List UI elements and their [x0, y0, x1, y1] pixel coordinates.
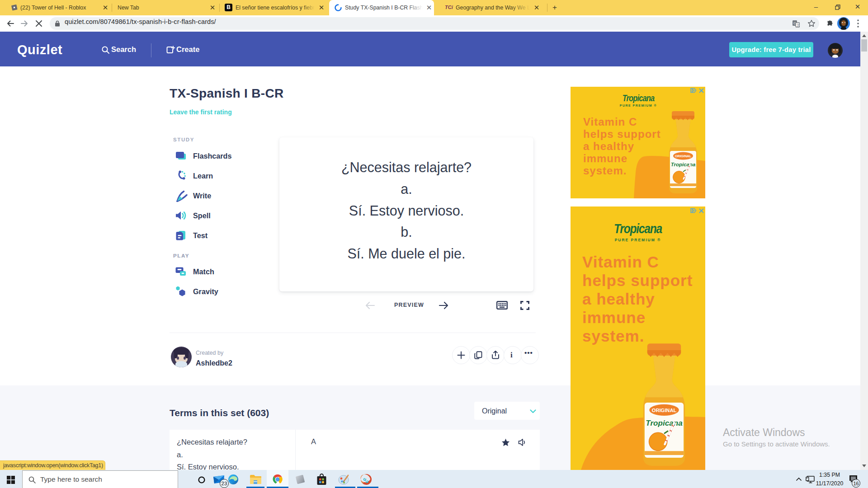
svg-text:文: 文 — [797, 23, 800, 27]
svg-text:ORIGINAL: ORIGINAL — [675, 154, 692, 158]
svg-text:ORIGINAL: ORIGINAL — [652, 408, 677, 413]
svg-text:Tropicana: Tropicana — [671, 162, 696, 167]
svg-text:Tropicana: Tropicana — [646, 419, 682, 427]
